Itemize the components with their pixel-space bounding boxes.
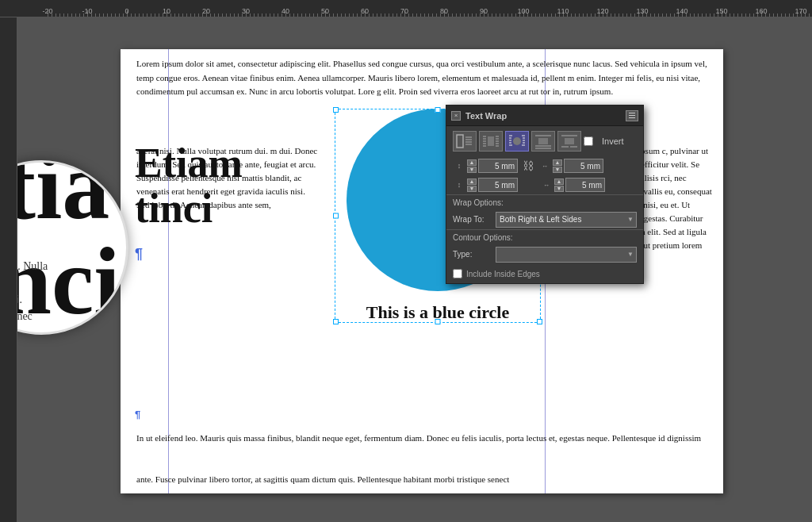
right-offset-icon: ↔ [538,163,551,170]
top-offset-down[interactable]: ▼ [467,167,477,173]
handle-br[interactable] [537,319,542,324]
menu-line-1 [629,113,635,113]
no-wrap-button[interactable] [453,131,477,152]
magnifier: Etiatinci acerat nisi. Nulla volutpat ru… [17,160,128,335]
wrap-type-buttons-row: Invert [446,126,643,156]
svg-rect-0 [457,135,463,148]
handle-bc[interactable] [435,319,441,324]
heading-line1: Etiam [135,140,243,186]
magnifier-small-text: acerat nisi. Nulla volutpat rutrum dui. … [17,258,48,324]
textwrap-panel: × Text Wrap [446,105,644,284]
handle-tc[interactable] [435,107,441,113]
top-text-content: Lorem ipsum dolor sit amet, consectetur … [136,59,707,96]
wrap-bbox-button[interactable] [479,131,503,152]
wrap-to-row: Wrap To: Both Right & Left Sides Right S… [446,209,643,229]
menu-line-2 [629,115,635,116]
top-offset-stepper: ▲ ▼ [467,159,477,173]
offset-row-2: ↕ ▲ ▼ ↔ ▲ ▼ [446,175,643,194]
handle-tl[interactable] [333,107,339,113]
offset-row-1: ↕ ▲ ▼ ⛓ ↔ ▲ ▼ [446,156,643,175]
chain-link-icon[interactable]: ⛓ [523,159,534,172]
invert-label[interactable]: Invert [602,136,624,146]
paragraph-marker: ¶ [135,246,143,263]
type-select-wrapper: ▼ [496,246,637,262]
right-offset-input[interactable] [564,159,603,173]
heading-line2: tinci [135,186,243,231]
invert-checkbox[interactable] [584,136,593,146]
wrap-to-label: Wrap To: [453,215,491,224]
vertical-ruler [0,17,17,522]
type-select[interactable] [496,247,637,263]
wrap-options-label: Wrap Options: [446,194,643,209]
top-offset-field: ↕ ▲ ▼ [453,159,518,173]
paragraph-marker-2: ¶ [135,409,140,420]
very-bottom-text-content: ante. Fusce pulvinar libero tortor, at s… [136,474,509,484]
right-offset-up[interactable]: ▲ [553,159,562,166]
svg-rect-27 [538,138,548,144]
very-bottom-text-block: ante. Fusce pulvinar libero tortor, at s… [121,473,723,493]
horizontal-ruler: -20-100102030405060708090100110120130140… [0,0,812,17]
bottom-text-block: In ut eleifend leo. Mauris quis massa fi… [121,432,723,446]
top-offset-input[interactable] [478,159,518,173]
right-offset-stepper: ▲ ▼ [553,159,562,173]
panel-close-button[interactable]: × [451,111,461,121]
top-text-block: Lorem ipsum dolor sit amet, consectetur … [121,57,723,99]
type-row: Type: ▼ [446,244,643,264]
left-offset-up[interactable]: ▲ [554,178,564,185]
include-inside-checkbox[interactable] [453,269,462,278]
wrap-to-select-wrapper: Both Right & Left Sides Right Side Left … [496,211,637,227]
left-offset-input[interactable] [565,178,605,192]
left-offset-icon: ↔ [540,182,553,189]
left-offset-stepper: ▲ ▼ [554,178,564,192]
svg-rect-5 [488,136,494,146]
wrap-to-select[interactable]: Both Right & Left Sides Right Side Left … [496,212,637,228]
left-offset-field: ↔ ▲ ▼ [540,178,605,192]
top-offset-up[interactable]: ▲ [467,159,477,166]
type-label: Type: [453,250,491,259]
bottom-offset-icon: ↕ [453,181,465,189]
svg-rect-31 [565,138,574,144]
svg-point-16 [513,137,521,145]
bottom-offset-stepper: ▲ ▼ [467,178,477,192]
include-inside-row: Include Inside Edges [446,264,643,283]
panel-titlebar: × Text Wrap [446,106,643,126]
top-offset-icon: ↕ [453,162,465,170]
column-guide-left [168,49,169,493]
left-offset-down[interactable]: ▼ [554,186,564,192]
wrap-object-button[interactable] [505,131,529,152]
jump-next-column-button[interactable] [557,131,581,152]
handle-bl[interactable] [333,319,339,324]
bottom-text-content: In ut eleifend leo. Mauris quis massa fi… [136,433,701,443]
bottom-offset-up[interactable]: ▲ [467,178,477,185]
bottom-offset-field: ↕ ▲ ▼ [453,178,518,192]
close-icon: × [454,112,458,119]
include-inside-label[interactable]: Include Inside Edges [466,270,540,278]
handle-ml[interactable] [333,213,339,219]
bottom-offset-down[interactable]: ▼ [467,186,477,192]
panel-menu-button[interactable] [626,110,638,121]
right-offset-field: ↔ ▲ ▼ [538,159,603,173]
bottom-offset-input[interactable] [478,178,518,192]
panel-title: Text Wrap [465,111,621,121]
contour-options-label: Contour Options: [446,229,643,244]
canvas-area: Lorem ipsum dolor sit amet, consectetur … [17,17,812,522]
jump-object-button[interactable] [531,131,555,152]
right-offset-down[interactable]: ▼ [553,167,562,173]
big-heading: Etiam tinci [135,140,243,231]
menu-line-3 [629,117,635,118]
